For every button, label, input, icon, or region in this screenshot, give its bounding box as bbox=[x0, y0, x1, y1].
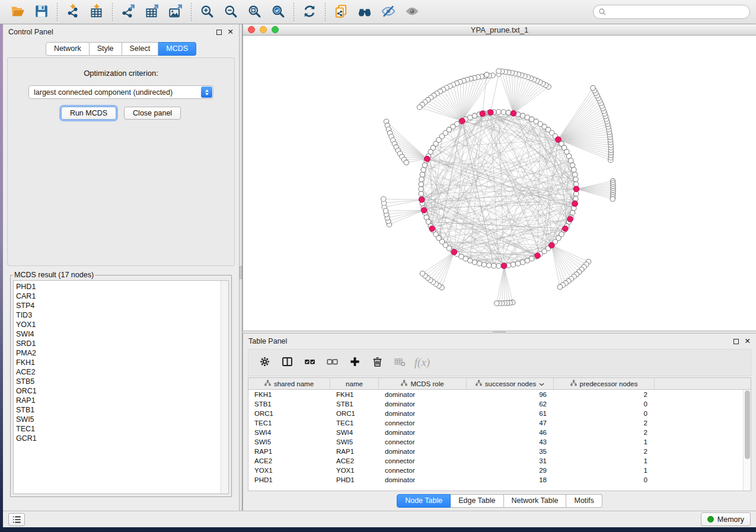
task-history-button[interactable] bbox=[8, 513, 25, 526]
network-node[interactable] bbox=[572, 167, 576, 172]
mcds-hub-node[interactable] bbox=[425, 156, 430, 162]
clone-network-button[interactable] bbox=[329, 2, 353, 22]
mcds-result-item[interactable]: STB5 bbox=[16, 377, 221, 386]
column-header-name[interactable]: name bbox=[330, 378, 379, 389]
mcds-hub-node[interactable] bbox=[419, 197, 425, 203]
mcds-result-item[interactable]: SWI4 bbox=[16, 329, 221, 339]
network-node[interactable] bbox=[419, 182, 423, 187]
mcds-result-item[interactable]: ACE2 bbox=[16, 367, 221, 377]
network-node[interactable] bbox=[572, 172, 577, 177]
mcds-hub-node[interactable] bbox=[573, 186, 579, 192]
network-node[interactable] bbox=[515, 261, 520, 266]
table-row[interactable]: RAP1RAP1dominator352 bbox=[248, 447, 751, 456]
zoom-out-button[interactable] bbox=[219, 2, 243, 22]
tab-network[interactable]: Network bbox=[46, 42, 90, 56]
splitter-handle[interactable] bbox=[240, 266, 242, 279]
network-node[interactable] bbox=[486, 263, 491, 268]
mcds-result-item[interactable]: STP4 bbox=[16, 301, 221, 310]
table-scrollbar[interactable] bbox=[743, 390, 751, 491]
refresh-button[interactable] bbox=[298, 2, 321, 22]
table-scrollbar-thumb[interactable] bbox=[745, 390, 750, 459]
close-panel-button[interactable]: Close panel bbox=[124, 107, 181, 120]
zoom-selected-button[interactable] bbox=[266, 2, 290, 22]
network-node[interactable] bbox=[525, 258, 529, 263]
table-row[interactable]: STB1STB1dominator620 bbox=[248, 399, 751, 409]
table-row[interactable]: ORC1ORC1dominator610 bbox=[248, 409, 751, 418]
save-session-button[interactable] bbox=[30, 2, 53, 22]
network-node[interactable] bbox=[417, 105, 422, 110]
mcds-result-item[interactable]: PMA2 bbox=[16, 348, 221, 358]
mcds-result-item[interactable]: SWI5 bbox=[16, 415, 221, 424]
network-node[interactable] bbox=[481, 262, 486, 267]
column-header-MCDS-role[interactable]: MCDS role bbox=[379, 378, 467, 389]
tab-motifs[interactable]: Motifs bbox=[566, 494, 602, 508]
table-row[interactable]: ACE2ACE2connector311 bbox=[248, 456, 751, 466]
table-row[interactable]: YOX1YOX1connector291 bbox=[248, 466, 751, 475]
network-node[interactable] bbox=[501, 110, 506, 114]
mcds-hub-node[interactable] bbox=[501, 263, 507, 269]
export-table-button[interactable] bbox=[140, 2, 164, 22]
network-node[interactable] bbox=[420, 271, 425, 275]
tab-edge-table[interactable]: Edge Table bbox=[451, 494, 503, 508]
show-all-button[interactable] bbox=[400, 2, 424, 22]
network-node[interactable] bbox=[420, 172, 425, 177]
mcds-hub-node[interactable] bbox=[451, 249, 457, 255]
network-node[interactable] bbox=[506, 110, 511, 115]
criterion-select[interactable]: largest connected component (undirected) bbox=[28, 85, 213, 99]
network-node[interactable] bbox=[381, 197, 386, 201]
mcds-result-item[interactable]: PHD1 bbox=[16, 282, 221, 291]
mcds-hub-node[interactable] bbox=[535, 253, 541, 259]
column-header-predecessor-nodes[interactable]: predecessor nodes bbox=[554, 378, 655, 389]
mcds-result-item[interactable]: TID3 bbox=[16, 310, 221, 320]
search-input[interactable] bbox=[610, 8, 745, 16]
mcds-hub-node[interactable] bbox=[562, 226, 568, 232]
network-node[interactable] bbox=[468, 115, 473, 120]
mcds-hub-node[interactable] bbox=[556, 137, 562, 143]
mcds-result-item[interactable]: TEC1 bbox=[16, 424, 221, 434]
mcds-hub-node[interactable] bbox=[567, 216, 573, 222]
network-node[interactable] bbox=[492, 264, 496, 268]
network-node[interactable] bbox=[383, 209, 388, 213]
column-header-shared-name[interactable]: shared name bbox=[248, 378, 330, 389]
tab-mcds[interactable]: MCDS bbox=[158, 42, 196, 56]
network-graph[interactable] bbox=[243, 36, 755, 328]
deselect-all-button[interactable] bbox=[322, 352, 342, 373]
mcds-hub-node[interactable] bbox=[549, 242, 555, 248]
network-node[interactable] bbox=[419, 187, 423, 191]
mcds-result-item[interactable]: SRD1 bbox=[16, 339, 221, 348]
mcds-hub-node[interactable] bbox=[572, 201, 578, 207]
export-network-button[interactable] bbox=[116, 2, 140, 22]
network-canvas[interactable] bbox=[243, 36, 756, 331]
network-node[interactable] bbox=[520, 259, 525, 264]
mcds-hub-node[interactable] bbox=[429, 226, 435, 232]
network-node[interactable] bbox=[419, 177, 424, 182]
delete-row-button[interactable] bbox=[367, 352, 387, 373]
network-node[interactable] bbox=[570, 163, 575, 168]
close-window-icon[interactable] bbox=[248, 26, 255, 33]
mcds-result-item[interactable]: RAP1 bbox=[16, 396, 221, 405]
network-node[interactable] bbox=[591, 85, 595, 90]
network-node[interactable] bbox=[520, 113, 525, 118]
mcds-result-item[interactable]: STB1 bbox=[16, 405, 221, 415]
mcds-result-item[interactable]: CAR1 bbox=[16, 291, 221, 301]
table-row[interactable]: PHD1PHD1dominator180 bbox=[248, 475, 751, 485]
open-file-button[interactable] bbox=[6, 2, 30, 22]
network-node[interactable] bbox=[484, 72, 489, 77]
table-settings-button[interactable] bbox=[254, 352, 275, 373]
show-column-button[interactable]: > bbox=[277, 352, 297, 373]
tab-style[interactable]: Style bbox=[90, 42, 122, 56]
network-node[interactable] bbox=[557, 284, 562, 289]
network-node[interactable] bbox=[472, 259, 477, 264]
table-row[interactable]: FKH1FKH1dominator962 bbox=[248, 390, 751, 399]
tab-node-table[interactable]: Node Table bbox=[397, 494, 451, 508]
run-mcds-button[interactable]: Run MCDS bbox=[61, 107, 116, 120]
select-all-button[interactable] bbox=[299, 352, 320, 373]
mcds-hub-node[interactable] bbox=[511, 111, 516, 117]
table-row[interactable]: TEC1TEC1connector472 bbox=[248, 418, 751, 428]
float-table-panel-icon[interactable] bbox=[733, 339, 739, 344]
network-node[interactable] bbox=[477, 261, 481, 266]
network-node[interactable] bbox=[496, 264, 501, 268]
import-table-button[interactable] bbox=[85, 2, 109, 22]
hide-selected-button[interactable] bbox=[377, 2, 400, 22]
network-node[interactable] bbox=[494, 301, 499, 306]
